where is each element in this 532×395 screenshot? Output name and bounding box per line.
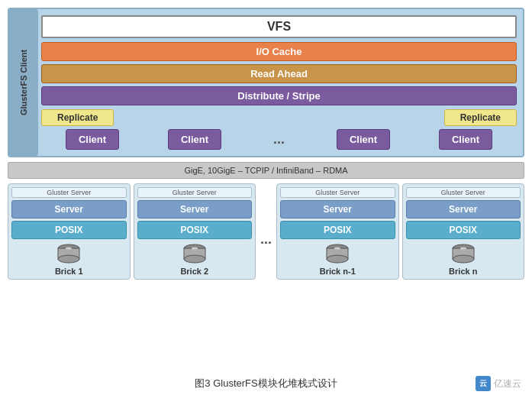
distribute-box: Distribute / Stripe [41, 86, 517, 105]
replicate-box-left: Replicate [41, 109, 114, 126]
client-dots: ... [270, 131, 288, 147]
disk-icon-1 [55, 243, 82, 264]
brand-icon: 云 [476, 376, 491, 391]
brand-text: 亿速云 [494, 377, 521, 390]
server-unit-1: Gluster Server Server POSIX Brick 1 [8, 183, 131, 280]
brick-label-1: Brick 1 [55, 267, 83, 276]
server-box-1: Server [11, 200, 127, 219]
disk-icon-4 [450, 243, 477, 264]
diagram-area: GlusterFS Client VFS I/O Cache Read Ahea… [8, 8, 524, 370]
server-unit-4: Gluster Server Server POSIX Brick n [402, 183, 525, 280]
svg-point-3 [66, 248, 72, 250]
client-box-4: Client [439, 129, 492, 150]
gluster-server-label-3: Gluster Server [280, 187, 395, 198]
posix-box-3: POSIX [280, 221, 395, 239]
svg-point-6 [184, 255, 205, 263]
client-section: GlusterFS Client VFS I/O Cache Read Ahea… [8, 8, 524, 157]
disk-icon-3 [324, 243, 351, 264]
server-box-2: Server [137, 200, 253, 219]
svg-point-15 [460, 248, 466, 250]
posix-box-2: POSIX [137, 221, 253, 239]
svg-point-14 [453, 255, 474, 263]
glusterfs-client-label: GlusterFS Client [9, 9, 38, 156]
read-ahead-box: Read Ahead [41, 64, 517, 83]
gluster-server-label-4: Gluster Server [406, 187, 521, 198]
servers-area: Gluster Server Server POSIX Brick 1 Glus… [8, 183, 524, 280]
footer: 图3 GlusterFS模块化堆栈式设计 云 亿速云 [8, 373, 524, 391]
footer-title: 图3 GlusterFS模块化堆栈式设计 [56, 377, 476, 390]
network-bar: GigE, 10GigE – TCPIP / InfiniBand – RDMA [8, 162, 524, 179]
posix-box-1: POSIX [11, 221, 127, 239]
footer-brand: 云 亿速云 [476, 376, 521, 391]
client-row: Client Client ... Client Client [41, 129, 517, 150]
client-box-2: Client [168, 129, 221, 150]
server-unit-2: Gluster Server Server POSIX Brick 2 [134, 183, 256, 280]
brick-label-4: Brick n [449, 267, 477, 276]
svg-point-10 [327, 255, 348, 263]
server-dots: ... [259, 199, 273, 280]
gluster-server-label-1: Gluster Server [11, 187, 127, 198]
brick-label-2: Brick 2 [180, 267, 208, 276]
replicate-box-right: Replicate [444, 109, 517, 126]
server-unit-3: Gluster Server Server POSIX Brick n-1 [276, 183, 399, 280]
replicate-row: Replicate Replicate [41, 109, 517, 126]
vfs-box: VFS [41, 15, 517, 38]
server-box-4: Server [406, 200, 521, 219]
svg-point-2 [58, 255, 79, 263]
client-box-3: Client [337, 129, 390, 150]
svg-point-7 [192, 248, 198, 250]
server-box-3: Server [280, 200, 395, 219]
posix-box-4: POSIX [406, 221, 521, 239]
brick-label-3: Brick n-1 [320, 267, 356, 276]
client-box-1: Client [66, 129, 119, 150]
svg-point-11 [334, 248, 340, 250]
gluster-server-label-2: Gluster Server [137, 187, 253, 198]
io-cache-box: I/O Cache [41, 42, 517, 61]
disk-icon-2 [181, 243, 208, 264]
main-container: GlusterFS Client VFS I/O Cache Read Ahea… [0, 0, 532, 395]
